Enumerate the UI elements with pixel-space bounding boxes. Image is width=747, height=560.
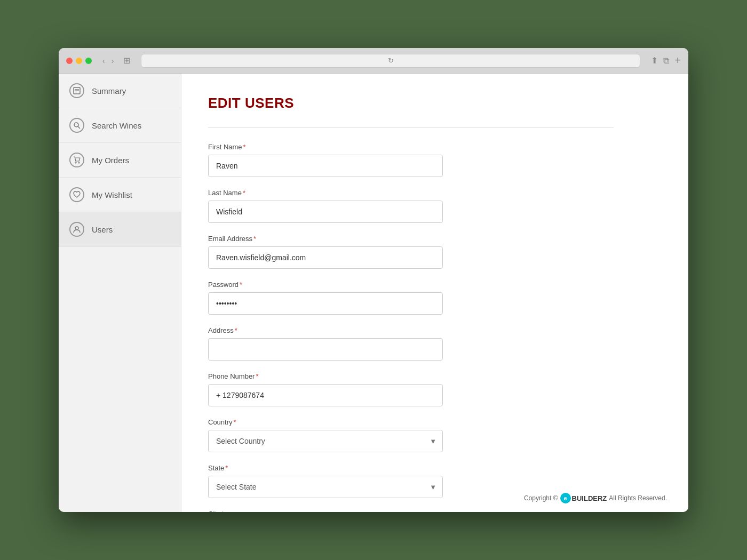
search-wines-icon	[69, 118, 84, 133]
title-divider	[208, 127, 614, 128]
builderz-e-icon: e	[560, 493, 571, 503]
address-label: Address*	[208, 326, 662, 334]
browser-body: Summary Search Wines	[59, 74, 688, 512]
state-select-wrapper: Select State ▼	[208, 476, 443, 498]
sidebar: Summary Search Wines	[59, 74, 181, 512]
nav-buttons: ‹ ›	[100, 55, 116, 66]
address-group: Address*	[208, 326, 662, 361]
state-select[interactable]: Select State	[208, 476, 443, 498]
email-required: *	[253, 235, 256, 243]
users-icon	[69, 222, 84, 237]
maximize-button[interactable]	[85, 58, 92, 64]
password-required: *	[240, 281, 242, 289]
phone-group: Phone Number*	[208, 372, 662, 406]
share-button[interactable]: ⬆	[651, 55, 658, 66]
url-bar[interactable]: ↻	[141, 54, 640, 68]
email-group: Email Address*	[208, 235, 662, 269]
copyright-text: Copyright ©	[524, 494, 558, 502]
svg-point-8	[75, 227, 78, 230]
password-label: Password*	[208, 281, 662, 289]
first-name-required: *	[243, 143, 246, 151]
city-label: City*	[208, 510, 662, 512]
last-name-input[interactable]	[208, 201, 443, 223]
summary-icon	[69, 83, 84, 98]
copyright-suffix: All Rights Reserved.	[609, 494, 667, 502]
forward-button[interactable]: ›	[109, 55, 116, 66]
sidebar-item-search-wines[interactable]: Search Wines	[59, 108, 181, 143]
minimize-button[interactable]	[76, 58, 82, 64]
my-orders-icon	[69, 153, 84, 167]
country-group: Country* Select Country ▼	[208, 418, 662, 452]
address-input[interactable]	[208, 338, 443, 361]
main-content: EDIT USERS First Name* Last Name* Email	[181, 74, 688, 512]
back-button[interactable]: ‹	[100, 55, 107, 66]
country-label: Country*	[208, 418, 662, 426]
sidebar-item-my-orders[interactable]: My Orders	[59, 143, 181, 178]
builderz-brand: BUILDERZ	[572, 494, 607, 502]
svg-point-7	[78, 162, 80, 163]
reload-icon[interactable]: ↻	[388, 57, 394, 65]
state-required: *	[225, 464, 228, 472]
city-required: *	[221, 510, 224, 512]
browser-chrome: ‹ › ⊞ ↻ ⬆ ⧉ +	[59, 48, 688, 74]
new-tab-button[interactable]: +	[674, 54, 681, 67]
browser-window: ‹ › ⊞ ↻ ⬆ ⧉ +	[59, 48, 688, 512]
password-group: Password*	[208, 281, 662, 315]
builderz-logo: e BUILDERZ	[560, 493, 607, 503]
svg-point-6	[75, 162, 76, 163]
country-select[interactable]: Select Country	[208, 430, 443, 452]
bookmark-button[interactable]: ⧉	[663, 56, 669, 66]
last-name-group: Last Name*	[208, 189, 662, 223]
sidebar-item-users[interactable]: Users	[59, 212, 181, 247]
email-label: Email Address*	[208, 235, 662, 243]
password-input[interactable]	[208, 292, 443, 315]
email-input[interactable]	[208, 246, 443, 269]
first-name-label: First Name*	[208, 143, 662, 151]
sidebar-item-summary[interactable]: Summary	[59, 74, 181, 108]
first-name-input[interactable]	[208, 155, 443, 177]
browser-actions: ⬆ ⧉ +	[651, 54, 681, 67]
page-title: EDIT USERS	[208, 95, 662, 111]
country-select-wrapper: Select Country ▼	[208, 430, 443, 452]
last-name-required: *	[243, 189, 245, 197]
sidebar-my-orders-label: My Orders	[92, 156, 129, 165]
country-required: *	[234, 418, 236, 426]
traffic-lights	[66, 58, 92, 64]
sidebar-my-wishlist-label: My Wishlist	[92, 190, 132, 199]
address-required: *	[235, 326, 237, 334]
sidebar-summary-label: Summary	[92, 86, 126, 95]
sidebar-item-my-wishlist[interactable]: My Wishlist	[59, 178, 181, 212]
phone-required: *	[256, 372, 258, 380]
phone-label: Phone Number*	[208, 372, 662, 380]
phone-input[interactable]	[208, 384, 443, 406]
my-wishlist-icon	[69, 187, 84, 202]
svg-line-5	[78, 126, 80, 129]
tab-grid-icon: ⊞	[123, 55, 130, 66]
last-name-label: Last Name*	[208, 189, 662, 197]
sidebar-users-label: Users	[92, 225, 113, 234]
first-name-group: First Name*	[208, 143, 662, 177]
close-button[interactable]	[66, 58, 73, 64]
copyright-footer: Copyright © e BUILDERZ All Rights Reserv…	[524, 493, 667, 503]
sidebar-search-wines-label: Search Wines	[92, 121, 141, 130]
state-label: State*	[208, 464, 662, 472]
city-group: City* Select City ▼	[208, 510, 662, 512]
